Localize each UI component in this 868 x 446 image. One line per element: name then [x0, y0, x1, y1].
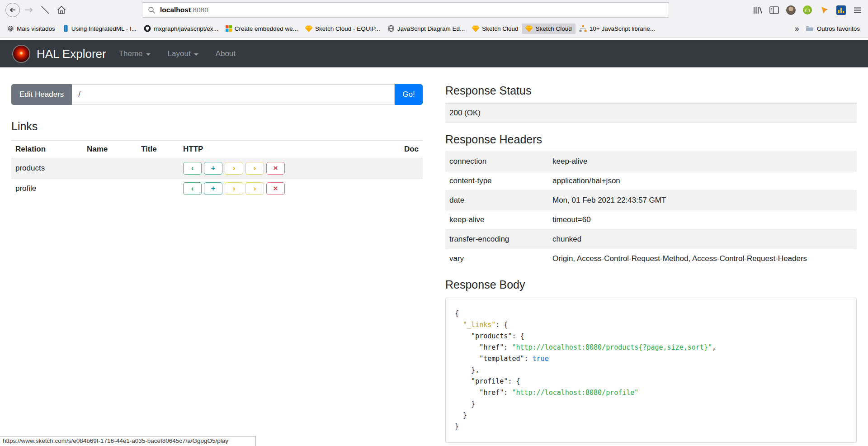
bookmark-label: Create embedded we... — [235, 25, 298, 32]
nav-items: ThemeLayoutAbout — [119, 49, 236, 58]
account-avatar — [786, 5, 796, 15]
search-icon — [148, 6, 156, 14]
bookmarks-overflow-chevron[interactable]: » — [795, 24, 799, 33]
title-cell — [137, 179, 179, 199]
put-button[interactable]: › — [225, 162, 243, 175]
response-headers-body: connectionkeep-alivecontent-typeapplicat… — [445, 152, 857, 269]
header-key: keep-alive — [445, 210, 548, 230]
header-key: vary — [445, 249, 548, 269]
links-heading: Links — [11, 120, 423, 133]
post-button[interactable]: + — [204, 182, 222, 195]
bookmark-item[interactable]: 10+ JavaScript librarie... — [576, 24, 659, 34]
sidebar-toggle-button[interactable] — [767, 2, 781, 18]
links-table: Relation Name Title HTTP Doc products‹+›… — [11, 140, 423, 199]
nav-item-about[interactable]: About — [216, 49, 236, 58]
header-key: date — [445, 191, 548, 210]
name-cell — [83, 179, 137, 199]
hamburger-icon — [854, 7, 862, 14]
bookmark-item[interactable]: JavaScript Diagram Ed... — [384, 23, 468, 34]
hal-logo-icon[interactable] — [12, 45, 30, 63]
sidebar-icon — [769, 6, 779, 14]
bookmark-label: Using IntegratedML - I... — [71, 25, 137, 32]
header-key: connection — [445, 152, 548, 171]
bookmark-item[interactable]: Create embedded we... — [222, 24, 302, 34]
header-key: transfer-encoding — [445, 230, 548, 249]
go-button[interactable]: Go! — [395, 84, 423, 105]
bookmarks-right: » Outros favoritos — [795, 24, 864, 33]
put-button[interactable]: › — [225, 182, 243, 195]
brand-title[interactable]: HAL Explorer — [37, 47, 106, 61]
library-icon — [752, 5, 763, 15]
extension-arrow-button[interactable] — [817, 2, 831, 18]
arrow-extension-icon — [820, 5, 829, 15]
extension-green-button[interactable]: {..} — [801, 2, 814, 18]
header-value: chunked — [548, 230, 857, 249]
patch-button[interactable]: › — [245, 162, 264, 175]
get-button[interactable]: ‹ — [183, 182, 202, 195]
status-bar: https://www.sketch.com/s/e084b69f-1716-4… — [0, 436, 256, 446]
back-button[interactable] — [5, 2, 21, 18]
post-button[interactable]: + — [204, 162, 222, 175]
status-value: 200 (OK) — [445, 104, 857, 123]
forward-button[interactable] — [21, 2, 37, 18]
home-icon — [56, 5, 67, 15]
uri-input[interactable] — [72, 84, 395, 105]
response-header-row: transfer-encodingchunked — [445, 230, 857, 249]
bookmark-orgchart-icon — [579, 25, 587, 32]
nav-item-label: Theme — [119, 49, 143, 58]
bookmarks-bar: Mais visitadosUsing IntegratedML - I...m… — [0, 20, 868, 38]
browser-toolbar: localhost:8080 {..} — [0, 0, 868, 20]
bookmark-gear-icon — [7, 25, 14, 32]
doc-cell — [400, 179, 423, 199]
url-host: localhost — [160, 6, 191, 14]
bookmark-item[interactable]: Mais visitados — [4, 24, 59, 34]
delete-button[interactable]: × — [266, 162, 285, 175]
response-header-row: connectionkeep-alive — [445, 152, 857, 171]
links-table-header: Relation Name Title HTTP Doc — [11, 141, 423, 158]
extension-chart-button[interactable] — [834, 2, 848, 18]
library-button[interactable] — [750, 2, 764, 18]
green-extension-icon: {..} — [803, 5, 812, 14]
get-button[interactable]: ‹ — [183, 162, 202, 175]
nav-item-layout[interactable]: Layout — [168, 49, 198, 58]
bookmark-globe-icon — [387, 25, 395, 32]
menu-button[interactable] — [851, 2, 864, 18]
patch-button[interactable]: › — [245, 182, 264, 195]
response-body-code: { "_links": { "products": { "href": "htt… — [455, 308, 847, 432]
links-table-body: products‹+››×profile‹+››× — [11, 158, 423, 199]
header-value: Mon, 01 Feb 2021 22:43:57 GMT — [548, 191, 857, 210]
folder-icon — [806, 25, 814, 32]
bookmark-item[interactable]: Sketch Cloud - EQUIP... — [302, 24, 384, 34]
forward-arrow-icon — [24, 5, 34, 15]
bookmark-microsoft-icon — [226, 25, 232, 32]
address-bar[interactable]: localhost:8080 — [142, 2, 669, 18]
header-value: application/hal+json — [548, 171, 857, 191]
bookmark-item[interactable]: Using IntegratedML - I... — [59, 23, 140, 34]
other-favorites-label: Outros favoritos — [817, 25, 860, 32]
edit-headers-button[interactable]: Edit Headers — [11, 84, 72, 105]
other-favorites[interactable]: Outros favoritos — [806, 25, 860, 32]
account-button[interactable] — [784, 2, 797, 18]
bookmark-item[interactable]: Sketch Cloud — [522, 24, 575, 34]
bookmark-item[interactable]: Sketch Cloud — [468, 24, 522, 34]
relation-cell: products — [11, 158, 83, 179]
toolbar-right: {..} — [750, 0, 864, 20]
home-button[interactable] — [53, 2, 70, 18]
nav-item-theme[interactable]: Theme — [119, 49, 151, 58]
response-body-card: { "_links": { "products": { "href": "htt… — [445, 298, 857, 443]
col-http: HTTP — [179, 141, 400, 158]
bookmark-item[interactable]: mxgraph/javascript/ex... — [140, 23, 222, 34]
bookmarks-list: Mais visitadosUsing IntegratedML - I...m… — [4, 23, 659, 34]
left-column: Edit Headers Go! Links Relation Name Tit… — [11, 84, 423, 443]
delete-button[interactable]: × — [266, 182, 285, 195]
bookmark-sketch-icon — [472, 25, 479, 32]
header-key: content-type — [445, 171, 548, 191]
url-port: :8080 — [191, 6, 208, 14]
reload-button[interactable] — [37, 2, 53, 18]
response-header-row: keep-alivetimeout=60 — [445, 210, 857, 230]
bookmark-github-icon — [144, 25, 151, 32]
nav-item-label: About — [216, 49, 236, 58]
header-value: keep-alive — [548, 152, 857, 171]
name-cell — [83, 158, 137, 179]
back-arrow-icon — [5, 2, 20, 18]
